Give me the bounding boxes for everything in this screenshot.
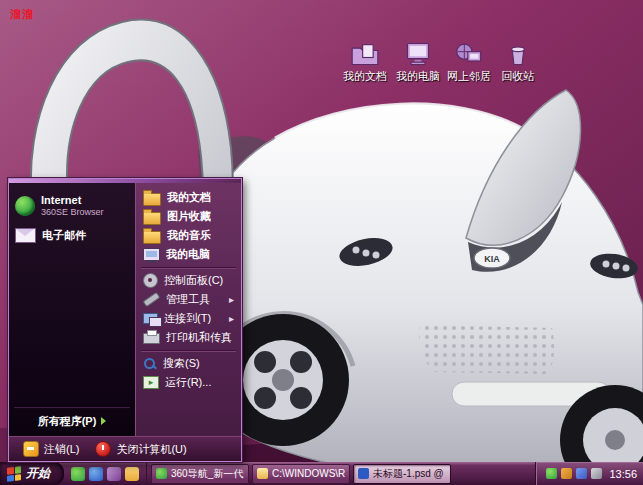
menu-item-search[interactable]: 搜索(S) — [138, 354, 239, 373]
menu-item-my-computer[interactable]: 我的电脑 — [138, 245, 239, 264]
desktop-icon-label: 回收站 — [502, 69, 535, 84]
task-buttons: 360导航_新一代安... C:\WINDOWS\Res... 未标题-1.ps… — [147, 464, 535, 484]
tray-network-icon[interactable] — [576, 468, 587, 479]
quick-launch — [64, 462, 147, 485]
start-pinned-email[interactable]: 电子邮件 — [12, 223, 132, 248]
quicklaunch-show-desktop-icon[interactable] — [107, 467, 121, 481]
log-off-button[interactable]: 注销(L) — [23, 441, 79, 457]
desktop-icon-label: 我的文档 — [343, 69, 387, 84]
start-button[interactable]: 开始 — [0, 462, 64, 485]
divider — [141, 350, 236, 351]
menu-item-my-music[interactable]: 我的音乐 — [138, 226, 239, 245]
computer-icon — [143, 248, 160, 261]
divider — [14, 407, 130, 408]
log-off-icon — [23, 441, 39, 457]
menu-item-run[interactable]: 运行(R)... — [138, 373, 239, 392]
network-places-icon — [455, 42, 483, 66]
all-programs-label: 所有程序(P) — [38, 414, 97, 429]
menu-item-printers-faxes[interactable]: 打印机和传真 — [138, 328, 239, 347]
task-button-360-nav[interactable]: 360导航_新一代安... — [151, 464, 249, 484]
quicklaunch-internet-icon[interactable] — [89, 467, 103, 481]
desktop-icon-network-places[interactable]: 网上邻居 — [443, 42, 495, 84]
folder-icon — [143, 231, 161, 244]
connect-icon — [143, 313, 158, 324]
my-documents-icon — [351, 42, 379, 66]
start-pinned-internet[interactable]: Internet 360SE Browser — [12, 189, 132, 223]
desktop: KIA 溜溜 我的文档 我的电脑 — [0, 0, 643, 485]
menu-item-connect-to[interactable]: 连接到(T) — [138, 309, 239, 328]
watermark-text: 溜溜 — [10, 7, 34, 22]
windows-flag-icon — [7, 466, 21, 481]
taskbar-clock[interactable]: 13:56 — [609, 468, 637, 480]
pinned-title: 电子邮件 — [42, 229, 86, 242]
menu-item-control-panel[interactable]: 控制面板(C) — [138, 271, 239, 290]
photoshop-icon — [358, 468, 369, 479]
divider — [141, 267, 236, 268]
folder-icon — [143, 193, 161, 206]
recycle-bin-icon — [504, 42, 532, 66]
power-icon — [95, 441, 111, 457]
all-programs-button[interactable]: 所有程序(P) — [12, 410, 132, 432]
desktop-icon-label: 网上邻居 — [447, 69, 491, 84]
pinned-title: Internet — [41, 194, 104, 207]
taskbar: 开始 360导航_新一代安... C:\WINDOWS\Res... 未标题-1… — [0, 462, 643, 485]
start-menu-footer: 注销(L) 关闭计算机(U) — [9, 436, 241, 461]
admin-tools-icon — [143, 292, 161, 307]
desktop-icon-label: 我的电脑 — [396, 69, 440, 84]
start-menu-places-column: 我的文档 图片收藏 我的音乐 我的电脑 控制面板(C) — [135, 183, 241, 436]
tray-360-safe-icon[interactable] — [546, 468, 557, 479]
menu-item-admin-tools[interactable]: 管理工具 — [138, 290, 239, 309]
control-panel-icon — [143, 273, 158, 288]
folder-window-icon — [257, 468, 268, 479]
my-computer-icon — [404, 42, 432, 66]
desktop-icon-recycle-bin[interactable]: 回收站 — [492, 42, 544, 84]
browser-icon — [15, 196, 35, 216]
desktop-icon-my-computer[interactable]: 我的电脑 — [392, 42, 444, 84]
tray-update-icon[interactable] — [561, 468, 572, 479]
arrow-right-icon — [101, 417, 106, 425]
tray-volume-icon[interactable] — [591, 468, 602, 479]
folder-icon — [143, 212, 161, 225]
shut-down-button[interactable]: 关闭计算机(U) — [95, 441, 186, 457]
360-browser-icon — [156, 468, 167, 479]
system-tray: 13:56 — [535, 462, 643, 485]
start-menu: Internet 360SE Browser 电子邮件 所有程序(P) — [8, 178, 242, 462]
run-icon — [143, 376, 159, 389]
desktop-icon-my-documents[interactable]: 我的文档 — [339, 42, 391, 84]
quicklaunch-360-browser-icon[interactable] — [71, 467, 85, 481]
search-icon — [143, 357, 157, 371]
task-button-photoshop[interactable]: 未标题-1.psd @ 50... — [353, 464, 451, 484]
car-brand-badge: KIA — [484, 254, 500, 264]
menu-item-my-pictures[interactable]: 图片收藏 — [138, 207, 239, 226]
pinned-subtitle: 360SE Browser — [41, 207, 104, 218]
start-menu-pinned-column: Internet 360SE Browser 电子邮件 所有程序(P) — [9, 183, 135, 436]
printer-icon — [143, 333, 160, 344]
task-button-windows-res[interactable]: C:\WINDOWS\Res... — [252, 464, 350, 484]
quicklaunch-folder-icon[interactable] — [125, 467, 139, 481]
menu-item-my-documents[interactable]: 我的文档 — [138, 188, 239, 207]
mail-icon — [15, 228, 36, 243]
